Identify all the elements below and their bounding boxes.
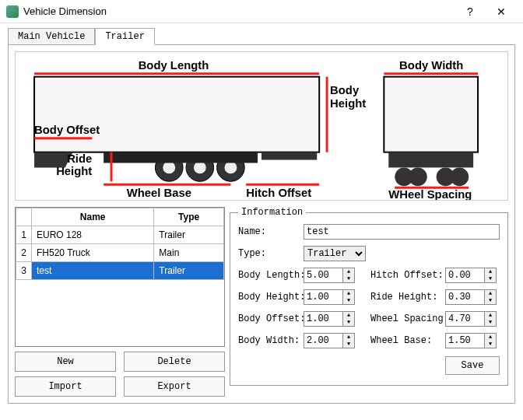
tab-panel: Body Length Body Height Body Offset Ride…	[8, 44, 515, 404]
svg-text:Height: Height	[330, 97, 366, 110]
label-body-length: Body Length	[139, 59, 209, 72]
spinner-buttons[interactable]: ▲▼	[484, 268, 497, 283]
export-button[interactable]: Export	[124, 376, 225, 397]
svg-rect-8	[262, 152, 317, 160]
trailer-diagram: Body Length Body Height Body Offset Ride…	[15, 51, 508, 201]
svg-text:Height: Height	[56, 165, 92, 177]
tab-trailer[interactable]: Trailer	[95, 28, 154, 45]
vehicle-table[interactable]: Name Type 1 EURO 128 Trailer 2 FH520 Tru…	[15, 207, 225, 347]
svg-rect-10	[388, 152, 473, 168]
label-wheel-base: Wheel Base	[127, 187, 191, 199]
delete-button[interactable]: Delete	[124, 352, 225, 372]
label-body-width: Body Width	[399, 59, 463, 72]
label-wheel-spacing: WHeel Spacing	[388, 188, 472, 200]
spinner-buttons[interactable]: ▲▼	[484, 311, 497, 327]
label-name: Name:	[238, 226, 299, 237]
col-name[interactable]: Name	[32, 208, 154, 226]
ride-height-field[interactable]	[445, 289, 484, 305]
svg-rect-7	[104, 152, 258, 163]
col-type[interactable]: Type	[154, 208, 224, 226]
body-length-field[interactable]	[304, 268, 342, 283]
table-row[interactable]: 1 EURO 128 Trailer	[16, 226, 224, 244]
hitch-offset-field[interactable]	[445, 268, 484, 283]
spinner-buttons[interactable]: ▲▼	[484, 333, 497, 348]
label-hitch-offset: Hitch Offset	[246, 187, 311, 199]
wheel-base-field[interactable]	[445, 333, 484, 348]
table-header-row: Name Type	[16, 208, 224, 226]
spinner-buttons[interactable]: ▲▼	[342, 311, 355, 327]
label-ride-height: Ride	[67, 153, 92, 166]
information-panel: Information Name: Type: Trailer Body Len…	[230, 207, 508, 386]
help-button[interactable]: ?	[455, 0, 486, 23]
wheel-spacing-field[interactable]	[445, 311, 484, 327]
tab-strip: Main VehicleTrailer	[8, 28, 515, 45]
save-button[interactable]: Save	[445, 356, 500, 375]
svg-point-4	[194, 162, 206, 174]
table-row[interactable]: 3 test Trailer	[16, 262, 224, 280]
spinner-buttons[interactable]: ▲▼	[342, 289, 355, 305]
spinner-buttons[interactable]: ▲▼	[342, 268, 355, 283]
svg-point-6	[225, 162, 237, 174]
spinner-buttons[interactable]: ▲▼	[484, 289, 497, 305]
spinner-buttons[interactable]: ▲▼	[342, 333, 355, 348]
table-row[interactable]: 2 FH520 Truck Main	[16, 244, 224, 262]
label-body-offset: Body Offset	[34, 124, 100, 136]
close-button[interactable]: ✕	[486, 0, 517, 23]
body-height-field[interactable]	[304, 289, 342, 305]
window-title: Vehicle Dimension	[23, 5, 455, 17]
label-type: Type:	[238, 248, 299, 259]
label-body-height: Body	[330, 84, 360, 96]
information-legend: Information	[238, 207, 306, 218]
body-offset-field[interactable]	[304, 311, 342, 327]
svg-rect-0	[34, 77, 319, 152]
svg-point-14	[450, 167, 469, 186]
type-select[interactable]: Trailer	[304, 246, 366, 261]
tab-main-vehicle[interactable]: Main Vehicle	[8, 28, 95, 45]
svg-point-2	[163, 162, 175, 174]
import-button[interactable]: Import	[15, 376, 116, 397]
app-icon	[6, 5, 19, 18]
titlebar: Vehicle Dimension ? ✕	[0, 0, 523, 23]
svg-point-12	[409, 167, 427, 186]
svg-rect-9	[384, 77, 478, 152]
body-width-field[interactable]	[304, 333, 342, 348]
name-field[interactable]	[304, 224, 500, 240]
new-button[interactable]: New	[15, 352, 116, 372]
